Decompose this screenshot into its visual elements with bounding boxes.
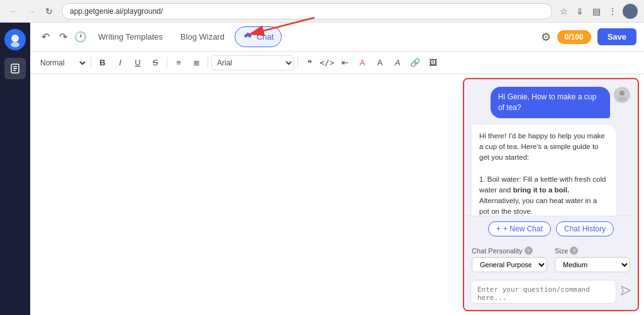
clear-format-button[interactable]: A	[389, 55, 406, 71]
font-select[interactable]: Arial Times New Roman	[211, 55, 294, 70]
strikethrough-button[interactable]: S	[147, 55, 164, 71]
menu-icon[interactable]: ⋮	[606, 5, 619, 18]
sidebar	[0, 23, 30, 315]
bookmark-icon[interactable]: ☆	[557, 5, 570, 18]
divider-3	[208, 57, 208, 69]
browser-chrome: ← → ↻ app.getgenie.ai/playground/ ☆ ⇓ ▤ …	[0, 0, 644, 23]
link-button[interactable]: 🔗	[407, 55, 423, 71]
settings-icon[interactable]: ⚙	[541, 30, 551, 44]
personality-info-icon: ?	[525, 246, 533, 255]
bot-text-intro: Hi there! I'd be happy to help you make …	[479, 132, 605, 162]
tab-writing-templates[interactable]: Writing Templates	[91, 28, 170, 45]
forward-button[interactable]: →	[24, 4, 39, 19]
size-group: Size ? Small Medium Large	[555, 246, 630, 272]
bot-text-step1: 1. Boil water: Fill a kettle with fresh …	[479, 175, 606, 216]
chat-bubble-icon	[243, 31, 253, 41]
back-button[interactable]: ←	[6, 4, 21, 19]
new-chat-button[interactable]: + + New Chat	[488, 221, 551, 236]
divider-4	[297, 57, 298, 69]
user-avatar	[614, 87, 630, 103]
main-content: ↶ ↷ 🕐 Writing Templates Blog Wizard Chat	[30, 23, 644, 315]
undo-button[interactable]: ↶	[38, 30, 53, 45]
app-logo[interactable]	[4, 29, 26, 50]
unordered-list-button[interactable]: ≡	[170, 55, 187, 71]
browser-actions: ☆ ⇓ ▤ ⋮	[557, 4, 638, 19]
chat-input-area	[464, 276, 638, 310]
svg-point-1	[11, 35, 19, 42]
history-button[interactable]: 🕐	[73, 30, 88, 45]
document-icon	[9, 63, 21, 74]
toolbar: ↶ ↷ 🕐 Writing Templates Blog Wizard Chat	[30, 23, 644, 52]
send-arrow-icon	[620, 285, 631, 296]
personality-label: Chat Personality ?	[472, 246, 547, 255]
svg-point-9	[248, 35, 251, 38]
chat-panel: Hi Genie, How to make a cup of tea? Hi t…	[463, 78, 639, 311]
size-select[interactable]: Small Medium Large	[555, 257, 630, 272]
format-toolbar: Normal Heading 1 Heading 2 B I U S ≡ ≣ A…	[30, 52, 644, 74]
refresh-button[interactable]: ↻	[42, 4, 57, 19]
plus-icon: +	[496, 224, 501, 233]
chat-messages: Hi Genie, How to make a cup of tea? Hi t…	[464, 79, 638, 216]
bot-bubble-1: Hi there! I'd be happy to help you make …	[472, 124, 616, 216]
divider-1	[91, 57, 91, 69]
download-icon[interactable]: ⇓	[574, 5, 586, 18]
sidebar-icon-document[interactable]	[4, 58, 26, 79]
code-button[interactable]: </>	[319, 55, 335, 71]
text-style-select[interactable]: Normal Heading 1 Heading 2	[35, 57, 87, 69]
align-left-button[interactable]: ⇤	[336, 55, 353, 71]
logo-icon	[6, 31, 24, 48]
blockquote-button[interactable]: ❝	[301, 55, 318, 71]
size-label: Size ?	[555, 246, 630, 255]
size-info-icon: ?	[570, 246, 578, 255]
address-bar[interactable]: app.getgenie.ai/playground/	[62, 3, 552, 19]
save-button[interactable]: Save	[597, 28, 636, 45]
chat-tab-icon	[243, 31, 253, 43]
user-avatar-icon	[616, 89, 628, 101]
tab-chat[interactable]: Chat	[235, 26, 282, 47]
chat-settings: Chat Personality ? General Purpose Profe…	[464, 241, 638, 276]
user-bubble-1: Hi Genie, How to make a cup of tea?	[491, 87, 610, 118]
tab-blog-wizard[interactable]: Blog Wizard	[173, 28, 232, 45]
personality-select[interactable]: General Purpose Professional Casual	[472, 257, 547, 272]
image-button[interactable]: 🖼	[425, 55, 441, 71]
new-chat-label: + New Chat	[503, 224, 543, 233]
chat-history-button[interactable]: Chat History	[556, 221, 614, 236]
user-message-1: Hi Genie, How to make a cup of tea?	[472, 87, 630, 118]
chat-history-label: Chat History	[564, 224, 606, 233]
toolbar-tabs: Writing Templates Blog Wizard Chat	[91, 26, 282, 47]
profile-avatar[interactable]	[623, 4, 638, 19]
italic-button[interactable]: I	[112, 55, 128, 71]
svg-point-10	[619, 91, 625, 96]
bold-button[interactable]: B	[94, 55, 111, 71]
underline-button[interactable]: U	[130, 55, 146, 71]
chat-tab-label: Chat	[257, 32, 274, 41]
app-container: ↶ ↷ 🕐 Writing Templates Blog Wizard Chat	[0, 23, 644, 315]
extension-icon[interactable]: ▤	[590, 5, 602, 18]
font-color-button[interactable]: A	[354, 55, 370, 71]
editor-area[interactable]	[30, 74, 463, 315]
send-icon[interactable]	[620, 285, 631, 299]
browser-nav: ← → ↻	[6, 4, 57, 19]
toolbar-right: ⚙ 0/100 Save	[541, 28, 636, 45]
personality-group: Chat Personality ? General Purpose Profe…	[472, 246, 547, 272]
token-badge[interactable]: 0/100	[557, 30, 591, 44]
ordered-list-button[interactable]: ≣	[188, 55, 204, 71]
font-size-button[interactable]: A	[372, 55, 388, 71]
divider-2	[167, 57, 167, 69]
svg-point-11	[618, 97, 626, 101]
address-text: app.getgenie.ai/playground/	[70, 7, 163, 16]
chat-actions: + + New Chat Chat History	[464, 216, 638, 241]
editor-chat-area: Hi Genie, How to make a cup of tea? Hi t…	[30, 74, 644, 315]
svg-point-2	[11, 42, 19, 47]
chat-input[interactable]	[470, 280, 616, 304]
bot-message-1: Hi there! I'd be happy to help you make …	[472, 124, 630, 216]
redo-button[interactable]: ↷	[55, 30, 70, 45]
